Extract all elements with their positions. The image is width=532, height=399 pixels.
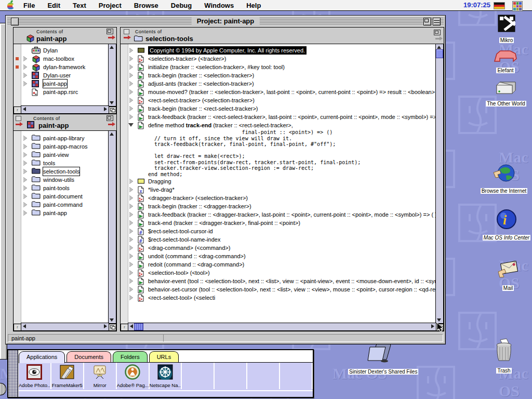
browse-arrow-icon[interactable]	[108, 37, 112, 38]
desktop-icon-elefant[interactable]: Elefant	[474, 49, 532, 74]
source-item[interactable]: track-begin (tracker :: <selection-track…	[121, 71, 436, 79]
menu-text[interactable]: Text	[73, 2, 86, 9]
desktop-icon-sharedfolder[interactable]: Sinister Dexter's Shared Files	[348, 342, 410, 376]
application-menu-icon[interactable]	[512, 1, 523, 11]
disclosure-triangle-icon[interactable]	[129, 204, 133, 209]
window-title-bar[interactable]: Project: paint-app	[7, 17, 444, 25]
source-item[interactable]: redoit (command :: <drag-command>)	[121, 260, 436, 269]
scroll-left-arrow[interactable]	[130, 324, 133, 328]
disclosure-triangle-icon[interactable]	[129, 187, 133, 192]
pane-widget-icon[interactable]	[16, 116, 21, 121]
list-item[interactable]: mac-toolbox	[14, 55, 109, 63]
pane-splitter-widget[interactable]: r	[14, 324, 21, 331]
pane-splitter-widget[interactable]: r	[14, 107, 21, 114]
disclosure-triangle-icon[interactable]	[129, 114, 133, 119]
pane-resize-icon[interactable]	[109, 107, 116, 114]
disclosure-triangle-icon[interactable]	[23, 210, 27, 216]
scrollbar-thumb[interactable]	[134, 323, 143, 330]
disclosure-triangle-icon[interactable]	[129, 278, 133, 284]
source-item[interactable]: mouse-moved? (tracker :: <selection-trac…	[121, 88, 436, 96]
close-box[interactable]	[11, 18, 19, 25]
disclosure-triangle-icon[interactable]	[129, 179, 133, 184]
desktop-icon-otherworld[interactable]: The Other World	[475, 81, 532, 108]
disclosure-triangle-icon[interactable]	[129, 254, 133, 259]
vertical-scrollbar[interactable]	[108, 44, 116, 107]
list-item[interactable]: paint-app	[14, 79, 109, 88]
scroll-down-arrow[interactable]	[110, 318, 114, 322]
disclosure-triangle-icon[interactable]	[129, 56, 133, 61]
source-item[interactable]: adjust-ants (tracker :: <selection-track…	[121, 79, 436, 88]
source-item[interactable]: <dragger-tracker> (<selection-tracker>)	[121, 194, 436, 202]
source-item[interactable]: track-feedback (tracker :: <rect-select-…	[121, 113, 436, 121]
disclosure-triangle-icon[interactable]	[23, 81, 27, 86]
source-item[interactable]: define method track-end (tracker :: <rec…	[121, 121, 436, 129]
desktop-icon-infocenter[interactable]: iMac OS Info Center	[475, 209, 532, 242]
disclosure-triangle-icon[interactable]	[129, 270, 133, 275]
disclosure-triangle-icon[interactable]	[129, 98, 133, 103]
list-item[interactable]: paint-app	[14, 209, 109, 217]
pane-splitter-widget[interactable]: r	[121, 324, 128, 331]
source-item[interactable]: track-begin (tracker :: <rect-select-tra…	[121, 104, 436, 113]
list-item[interactable]: paint-tools	[14, 184, 109, 192]
menu-clock[interactable]: 19:07:25	[463, 1, 490, 9]
disclosure-triangle-icon[interactable]	[129, 106, 133, 111]
source-item[interactable]: undoit (command :: <drag-command>)	[121, 252, 436, 260]
disclosure-triangle-open-icon[interactable]	[128, 123, 134, 127]
disclosure-triangle-icon[interactable]	[129, 262, 133, 267]
infocenter-icon[interactable]: i	[496, 209, 517, 232]
list-item[interactable]: paint-document	[14, 192, 109, 201]
mail-icon[interactable]	[497, 260, 519, 282]
disclosure-triangle-icon[interactable]	[23, 152, 27, 157]
disclosure-triangle-icon[interactable]	[129, 89, 133, 95]
vertical-scrollbar[interactable]	[435, 44, 444, 324]
source-item[interactable]: behavior-set-cursor (tool :: <selection-…	[121, 285, 436, 294]
list-item[interactable]: paint-view	[14, 151, 109, 159]
browse-icon[interactable]	[493, 163, 515, 185]
disclosure-triangle-icon[interactable]	[129, 64, 133, 70]
scroll-right-arrow[interactable]	[431, 324, 434, 328]
list-item[interactable]: selection-tools	[14, 167, 109, 176]
disclosure-triangle-icon[interactable]	[23, 169, 27, 174]
pane-zoom-icon[interactable]	[107, 115, 113, 121]
launcher-item-framemaker[interactable]: FrameMaker5	[51, 363, 84, 389]
source-item[interactable]: x*live-drag*	[121, 185, 436, 194]
source-item[interactable]: #$rect-select-tool-cursor-id	[121, 227, 436, 235]
source-item[interactable]: <selection-tracker> (<tracker>)	[121, 55, 436, 63]
source-item[interactable]: track-feedback (tracker :: <dragger-trac…	[121, 210, 436, 219]
pane-zoom-icon[interactable]	[434, 30, 441, 35]
disclosure-triangle-icon[interactable]	[23, 73, 27, 78]
source-item[interactable]: track-end (tracker :: <dragger-tracker>,…	[121, 219, 436, 227]
launcher-item-mirror[interactable]: Mirror	[84, 363, 117, 389]
disclosure-triangle-icon[interactable]	[23, 64, 27, 70]
list-item[interactable]: Dylan	[14, 46, 109, 55]
disclosure-triangle-icon[interactable]	[129, 295, 133, 300]
menu-edit[interactable]: Edit	[47, 2, 60, 9]
launcher-tab-folders[interactable]: Folders	[113, 351, 148, 362]
scroll-left-arrow[interactable]	[23, 107, 26, 111]
launcher-item-photoshop[interactable]: Adobe Photo...	[19, 363, 51, 389]
pane-resize-icon[interactable]	[109, 324, 116, 331]
launcher-drag-grip[interactable]	[8, 350, 18, 397]
scroll-left-arrow[interactable]	[23, 324, 26, 328]
list-item[interactable]: tools	[14, 159, 109, 167]
source-item[interactable]: initialize (tracker :: <selection-tracke…	[121, 63, 436, 71]
desktop-icon-browse[interactable]: Browse the Internet	[473, 163, 532, 195]
menu-debug[interactable]: Debug	[171, 2, 192, 9]
source-item[interactable]: behavior-event (tool :: <selection-tool>…	[121, 277, 436, 285]
scroll-up-arrow[interactable]	[110, 46, 114, 49]
disclosure-triangle-icon[interactable]	[129, 220, 133, 225]
disclosure-triangle-icon[interactable]	[129, 245, 133, 250]
launcher-item-pagemill[interactable]: Adobe® Pag...	[117, 363, 150, 389]
browse-arrow-icon[interactable]	[124, 37, 128, 38]
desktop-icon-mikro[interactable]: Mikro	[475, 15, 532, 44]
elefant-icon[interactable]	[493, 49, 518, 64]
source-item[interactable]: <rect-select-tracker> (<selection-tracke…	[121, 96, 436, 104]
menu-file[interactable]: File	[23, 2, 35, 9]
disclosure-triangle-icon[interactable]	[23, 202, 27, 207]
disclosure-triangle-icon[interactable]	[129, 81, 133, 86]
source-item[interactable]: <selection-tool> (<tool>)	[121, 269, 436, 277]
launcher-tab-documents[interactable]: Documents	[66, 351, 111, 362]
launcher-tab-applications[interactable]: Applications	[19, 351, 65, 363]
desktop-icon-trash[interactable]: Trash	[473, 338, 532, 375]
disclosure-triangle-icon[interactable]	[129, 73, 133, 78]
